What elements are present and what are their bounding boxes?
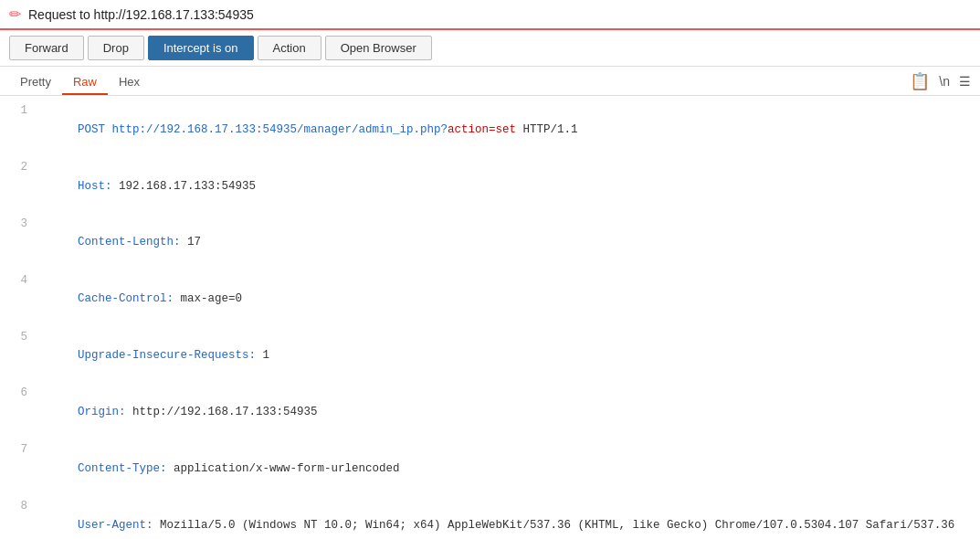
tabs-right: 📋 \n ☰ (910, 71, 971, 95)
tab-hex[interactable]: Hex (108, 70, 151, 95)
toolbar: Forward Drop Intercept is on Action Open… (0, 30, 980, 67)
action-button[interactable]: Action (258, 36, 321, 60)
drop-button[interactable]: Drop (88, 36, 144, 60)
newline-icon[interactable]: \n (939, 74, 950, 89)
line-7: 7 Content-Type: application/x-www-form-u… (9, 440, 971, 497)
line-8: 8 User-Agent: Mozilla/5.0 (Windows NT 10… (9, 497, 971, 539)
menu-icon[interactable]: ☰ (959, 74, 971, 89)
edit-icon: ✏ (9, 5, 21, 23)
copy-icon[interactable]: 📋 (910, 71, 930, 91)
line-2: 2 Host: 192.168.17.133:54935 (9, 158, 971, 215)
line-6: 6 Origin: http://192.168.17.133:54935 (9, 384, 971, 440)
line-4: 4 Cache-Control: max-age=0 (9, 271, 971, 328)
tabs-left: Pretty Raw Hex (9, 70, 151, 95)
open-browser-button[interactable]: Open Browser (325, 36, 432, 60)
request-title: Request to http://192.168.17.133:54935 (28, 7, 254, 22)
forward-button[interactable]: Forward (9, 36, 84, 60)
line-3: 3 Content-Length: 17 (9, 215, 971, 271)
request-content[interactable]: 1 POST http://192.168.17.133:54935/manag… (0, 96, 980, 539)
intercept-button[interactable]: Intercept is on (148, 36, 254, 60)
line-1: 1 POST http://192.168.17.133:54935/manag… (9, 101, 971, 158)
top-bar: ✏ Request to http://192.168.17.133:54935 (0, 0, 980, 30)
tab-bar: Pretty Raw Hex 📋 \n ☰ (0, 67, 980, 96)
tab-raw[interactable]: Raw (62, 70, 108, 95)
tab-pretty[interactable]: Pretty (9, 70, 62, 95)
line-5: 5 Upgrade-Insecure-Requests: 1 (9, 328, 971, 385)
